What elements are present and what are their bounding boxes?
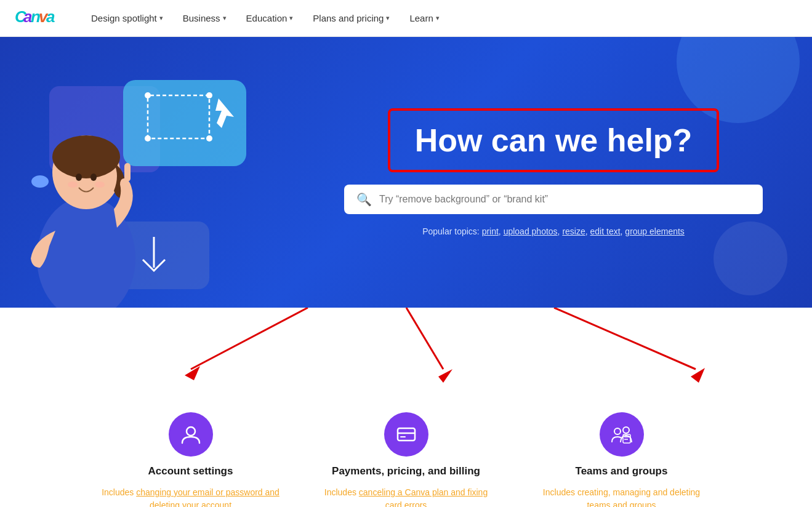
hero-illustration [0, 37, 339, 308]
chevron-down-icon: ▾ [436, 14, 440, 22]
svg-point-18 [31, 175, 49, 188]
card-payments: Payments, pricing, and billing Includes … [299, 400, 514, 507]
hero-section: How can we help? 🔍 Popular topics: print… [0, 37, 812, 308]
account-desc-link[interactable]: changing your email or password and dele… [136, 487, 279, 507]
card-account: Account settings Includes changing your … [83, 400, 299, 507]
hero-title: How can we help? [415, 122, 693, 159]
account-card-desc: Includes changing your email or password… [102, 486, 280, 507]
svg-point-8 [145, 92, 151, 98]
teams-icon-circle[interactable] [600, 412, 644, 457]
svg-point-10 [145, 135, 151, 142]
arrow-1 [185, 308, 308, 380]
svg-rect-23 [124, 163, 131, 182]
account-icon-circle[interactable] [169, 412, 213, 457]
arrow-3 [554, 308, 705, 383]
hero-content: How can we help? 🔍 Popular topics: print… [344, 108, 763, 236]
arrows-overlay [0, 308, 812, 400]
payments-icon-circle[interactable] [384, 412, 428, 457]
card-icon [395, 423, 417, 445]
nav-items: Design spotlight ▾ Business ▾ Education … [84, 8, 447, 28]
svg-line-28 [554, 308, 696, 369]
account-card-title: Account settings [148, 465, 233, 477]
teams-card-title: Teams and groups [576, 465, 668, 477]
search-bar: 🔍 [344, 185, 763, 214]
chevron-down-icon: ▾ [386, 14, 390, 22]
popular-topic-upload[interactable]: upload photos [504, 226, 558, 236]
teams-icon [611, 423, 633, 445]
svg-marker-27 [438, 369, 452, 383]
navbar: C a n v a Design spotlight ▾ Business ▾ … [0, 0, 812, 37]
popular-topic-print[interactable]: print [482, 226, 499, 236]
svg-point-35 [623, 427, 629, 433]
svg-point-21 [68, 182, 78, 188]
teams-card-desc: Includes creating, managing and deleting… [533, 486, 711, 507]
svg-line-26 [406, 308, 443, 369]
hero-title-box: How can we help? [388, 108, 720, 172]
nav-business[interactable]: Business ▾ [175, 8, 234, 28]
svg-rect-31 [398, 428, 415, 441]
search-input[interactable] [379, 194, 750, 205]
popular-topic-edit-text[interactable]: edit text [590, 226, 621, 236]
svg-point-9 [206, 92, 212, 98]
payments-desc-link[interactable]: canceling a Canva plan and fixing card e… [359, 487, 488, 507]
popular-topic-group-elements[interactable]: group elements [625, 226, 685, 236]
canva-logo[interactable]: C a n v a [15, 6, 64, 30]
chevron-down-icon: ▾ [223, 14, 227, 22]
svg-point-30 [187, 427, 195, 436]
chevron-down-icon: ▾ [159, 14, 163, 22]
svg-point-22 [95, 182, 105, 188]
svg-point-17 [52, 135, 120, 178]
svg-point-19 [76, 174, 82, 181]
payments-card-title: Payments, pricing, and billing [332, 465, 480, 477]
card-teams: Teams and groups Includes creating, mana… [514, 400, 730, 507]
svg-point-20 [90, 174, 97, 181]
svg-rect-6 [123, 80, 246, 166]
nav-education[interactable]: Education ▾ [239, 8, 301, 28]
cards-section: Account settings Includes changing your … [0, 400, 812, 507]
middle-section: Account settings Includes changing your … [0, 308, 812, 507]
nav-design-spotlight[interactable]: Design spotlight ▾ [84, 8, 171, 28]
popular-topic-resize[interactable]: resize [562, 226, 585, 236]
arrow-2 [406, 308, 452, 383]
popular-topics: Popular topics: print, upload photos, re… [422, 226, 685, 236]
svg-text:a: a [46, 7, 55, 26]
search-icon: 🔍 [356, 192, 372, 207]
svg-point-11 [206, 135, 212, 142]
svg-point-34 [614, 428, 621, 434]
nav-learn[interactable]: Learn ▾ [402, 8, 446, 28]
chevron-down-icon: ▾ [289, 14, 293, 22]
svg-line-24 [191, 308, 308, 369]
person-icon [180, 423, 202, 445]
nav-plans-pricing[interactable]: Plans and pricing ▾ [305, 8, 397, 28]
payments-card-desc: Includes canceling a Canva plan and fixi… [317, 486, 496, 507]
svg-marker-29 [691, 368, 705, 383]
